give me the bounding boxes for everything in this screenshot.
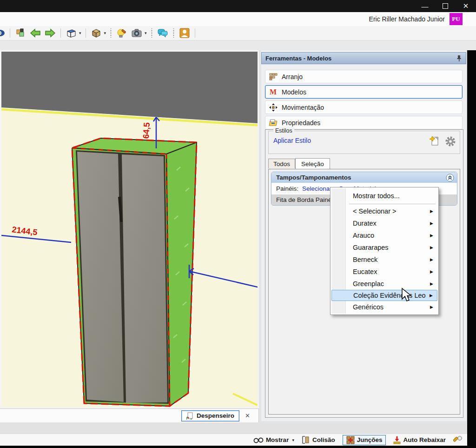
minimize-button[interactable]: — <box>415 0 435 12</box>
colisao-icon <box>302 436 310 444</box>
mostrar-button[interactable]: Mostrar ▾ <box>253 436 294 443</box>
door-handle <box>119 197 121 222</box>
submenu-arrow-icon: ▶ <box>430 245 433 250</box>
menu-item-eucatex[interactable]: Eucatex ▶ <box>331 266 437 278</box>
menu-item-duratex[interactable]: Duratex ▶ <box>331 217 437 229</box>
toolbar-separator <box>195 28 195 38</box>
cabinet[interactable] <box>72 138 197 406</box>
document-icon <box>186 412 194 420</box>
paineis-label: Painéis: <box>276 185 298 192</box>
selection-tabs: Todos Seleção <box>268 158 330 168</box>
window-gap-strip <box>0 40 476 50</box>
screen-edge-bottom <box>0 446 476 448</box>
colisao-button[interactable]: Colisão <box>302 436 335 444</box>
toolbar-grip <box>172 28 175 38</box>
submenu-arrow-icon: ▶ <box>430 233 433 238</box>
auto-rebaixar-icon <box>393 436 401 444</box>
toolbar-separator <box>86 28 86 38</box>
juncoes-button[interactable]: Junções <box>343 435 386 445</box>
scene-3d: 2144,5 64,5 <box>1 52 258 407</box>
sidebar-item-label: Modelos <box>282 88 306 96</box>
restore-icon <box>443 3 448 9</box>
account-icon[interactable] <box>178 27 191 39</box>
submenu-arrow-icon: ▶ <box>430 221 433 226</box>
menu-item-mostrar-todos[interactable]: Mostrar todos... <box>331 189 437 203</box>
toolbar-separator <box>10 28 10 38</box>
light-icon[interactable] <box>116 27 128 39</box>
door-right[interactable] <box>122 154 167 403</box>
pin-icon[interactable] <box>456 55 462 61</box>
render-view-icon[interactable] <box>90 27 102 39</box>
menu-item-greenplac[interactable]: Greenplac ▶ <box>331 278 437 290</box>
juncoes-icon <box>346 436 355 444</box>
chevron-down-icon[interactable]: ▾ <box>104 31 106 35</box>
menu-item-genericos[interactable]: Genéricos ▶ <box>331 301 437 313</box>
tab-label: Despenseiro <box>197 412 234 419</box>
chevron-down-icon: ▾ <box>292 438 294 442</box>
camera-icon[interactable] <box>131 27 143 39</box>
restore-button[interactable] <box>435 0 456 12</box>
submenu-arrow-icon: ▶ <box>430 293 433 298</box>
panel-header: Ferramentas - Modelos <box>261 52 466 64</box>
modelos-icon: M <box>269 87 278 96</box>
main-toolbar: ▾ ▾ ▾ <box>0 26 476 40</box>
menu-item-arauco[interactable]: Arauco ▶ <box>331 229 437 241</box>
wireframe-view-icon[interactable] <box>65 27 77 39</box>
document-tab-strip: Despenseiro ✕ <box>0 408 259 422</box>
chevron-down-icon[interactable]: ▾ <box>79 31 81 35</box>
forward-arrow-icon[interactable] <box>44 27 56 39</box>
panel-title: Ferramentas - Modelos <box>265 55 331 62</box>
settings-gear-icon[interactable] <box>445 136 456 147</box>
bottom-toolbar: Mostrar ▾ Colisão Junções Auto Rebaixar <box>0 434 467 446</box>
collapse-chevron-icon[interactable] <box>446 174 454 182</box>
submenu-arrow-icon: ▶ <box>430 257 433 262</box>
viewport-3d[interactable]: 2144,5 64,5 <box>0 50 259 408</box>
menu-item-guararapes[interactable]: Guararapes ▶ <box>331 241 437 254</box>
glasses-icon <box>253 437 264 443</box>
eye-icon[interactable] <box>0 27 6 39</box>
screen-edge-right <box>467 50 476 448</box>
user-bar: Eric Riller Machado Junior PU <box>0 12 476 26</box>
submenu-arrow-icon: ▶ <box>430 209 433 214</box>
tampos-title: Tampos/Tamponamentos <box>276 174 351 181</box>
tampos-header[interactable]: Tampos/Tamponamentos <box>271 172 457 183</box>
sidebar-item-label: Propriedades <box>282 119 320 127</box>
mouse-cursor <box>401 288 415 304</box>
menu-item-selecionar[interactable]: < Selecionar > ▶ <box>331 205 437 217</box>
menu-item-berneck[interactable]: Berneck ▶ <box>331 254 437 266</box>
back-arrow-icon[interactable] <box>29 27 41 39</box>
tab-todos[interactable]: Todos <box>268 159 295 168</box>
title-bar: — ✕ <box>0 0 476 12</box>
auto-rebaixar-button[interactable]: Auto Rebaixar <box>393 436 446 444</box>
tab-selecao[interactable]: Seleção <box>295 158 330 169</box>
menu-separator <box>349 204 436 204</box>
movimentacao-icon <box>269 103 278 112</box>
status-strip <box>0 422 467 434</box>
menu-item-colecao-evidencias[interactable]: Coleção Evidências Leo ▶ <box>331 290 437 301</box>
submenu-arrow-icon: ▶ <box>430 281 433 286</box>
propriedades-icon <box>269 118 278 127</box>
tab-despenseiro[interactable]: Despenseiro <box>181 410 239 421</box>
sidebar-item-modelos[interactable]: M Modelos <box>265 85 463 99</box>
styles-legend: Estilos <box>273 127 294 134</box>
close-button[interactable]: ✕ <box>456 0 476 12</box>
user-badge[interactable]: PU <box>450 13 463 25</box>
chevron-down-icon[interactable]: ▾ <box>145 31 147 35</box>
blocks-icon[interactable] <box>14 27 26 39</box>
toolbar-separator <box>60 28 61 38</box>
submenu-arrow-icon: ▶ <box>430 269 433 274</box>
panel-nav-list: Arranjo M Modelos Movimentação Proprieda… <box>265 70 463 129</box>
apply-style-link[interactable]: Aplicar Estilo <box>273 137 311 144</box>
sidebar-item-arranjo[interactable]: Arranjo <box>265 70 463 83</box>
chat-icon[interactable] <box>157 27 169 39</box>
fita-borda-label: Fita de Borda Painéi <box>276 196 333 203</box>
arranjo-icon <box>269 72 278 81</box>
wrench-button[interactable] <box>453 435 463 445</box>
sidebar-item-propriedades[interactable]: Propriedades <box>265 116 463 129</box>
new-style-icon[interactable] <box>429 136 440 147</box>
wrench-icon <box>453 435 463 445</box>
tab-close-icon[interactable]: ✕ <box>245 412 250 419</box>
user-name: Eric Riller Machado Junior <box>369 15 445 23</box>
sidebar-item-movimentacao[interactable]: Movimentação <box>265 100 463 114</box>
svg-text:64,5: 64,5 <box>141 122 152 139</box>
